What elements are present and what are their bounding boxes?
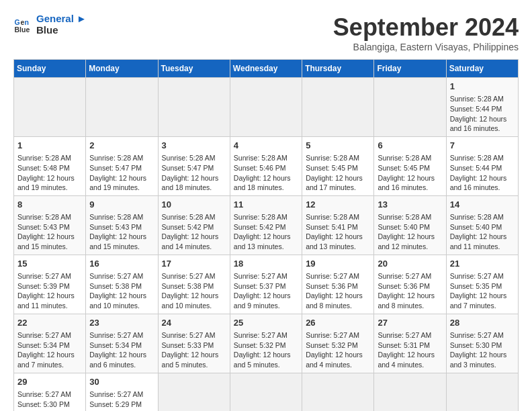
day-number: 16	[89, 258, 154, 270]
calendar-cell: 11Sunrise: 5:28 AMSunset: 5:42 PMDayligh…	[230, 195, 302, 255]
daylight-text: Daylight: 12 hours and 15 minutes.	[17, 232, 82, 251]
sunset-text: Sunset: 5:37 PM	[234, 281, 298, 291]
calendar-cell: 21Sunrise: 5:27 AMSunset: 5:35 PMDayligh…	[446, 255, 518, 314]
weekday-header-tuesday: Tuesday	[158, 60, 230, 78]
daylight-text: Daylight: 12 hours and 4 minutes.	[306, 350, 370, 369]
calendar-cell: 19Sunrise: 5:27 AMSunset: 5:36 PMDayligh…	[302, 255, 374, 314]
logo-arrow: ►	[74, 13, 87, 24]
sunrise-text: Sunrise: 5:28 AM	[306, 153, 370, 163]
day-number: 23	[89, 317, 154, 329]
daylight-text: Daylight: 12 hours and 6 minutes.	[89, 350, 154, 369]
daylight-text: Daylight: 12 hours and 14 minutes.	[162, 232, 226, 251]
daylight-text: Daylight: 12 hours and 12 minutes.	[378, 232, 442, 251]
sunrise-text: Sunrise: 5:27 AM	[89, 330, 154, 340]
calendar-cell: 14Sunrise: 5:28 AMSunset: 5:40 PMDayligh…	[446, 195, 518, 255]
calendar-cell: 2Sunrise: 5:28 AMSunset: 5:47 PMDaylight…	[86, 136, 158, 195]
day-number: 6	[378, 140, 442, 152]
logo-blue: Blue	[36, 25, 87, 36]
daylight-text: Daylight: 12 hours and 4 minutes.	[378, 350, 442, 369]
sunset-text: Sunset: 5:34 PM	[17, 340, 82, 351]
day-number: 15	[17, 258, 82, 270]
sunrise-text: Sunrise: 5:27 AM	[162, 271, 226, 281]
calendar-cell	[158, 78, 230, 137]
sunrise-text: Sunrise: 5:28 AM	[306, 212, 370, 222]
weekday-header-sunday: Sunday	[14, 60, 86, 78]
sunrise-text: Sunrise: 5:27 AM	[17, 271, 82, 281]
day-number: 7	[450, 140, 515, 152]
sunset-text: Sunset: 5:39 PM	[17, 281, 82, 291]
sunset-text: Sunset: 5:45 PM	[306, 163, 370, 173]
daylight-text: Daylight: 12 hours and 19 minutes.	[17, 173, 82, 193]
day-number: 11	[234, 199, 298, 211]
sunrise-text: Sunrise: 5:27 AM	[378, 271, 442, 281]
day-number: 29	[17, 376, 82, 388]
daylight-text: Daylight: 12 hours and 7 minutes.	[17, 350, 82, 369]
daylight-text: Daylight: 12 hours and 5 minutes.	[162, 350, 226, 369]
day-number: 1	[450, 81, 515, 93]
location: Balangiga, Eastern Visayas, Philippines	[333, 42, 519, 52]
day-number: 3	[162, 140, 226, 152]
daylight-text: Daylight: 12 hours and 18 minutes.	[234, 173, 298, 193]
daylight-text: Daylight: 12 hours and 16 minutes.	[378, 173, 442, 193]
day-number: 1	[17, 140, 82, 152]
sunset-text: Sunset: 5:29 PM	[89, 400, 154, 410]
sunset-text: Sunset: 5:44 PM	[450, 163, 515, 173]
logo-icon: G e n Blue	[13, 15, 34, 35]
day-number: 18	[234, 258, 298, 270]
calendar-cell: 23Sunrise: 5:27 AMSunset: 5:34 PMDayligh…	[86, 314, 158, 373]
calendar-cell	[374, 373, 446, 411]
page-header: G e n Blue General ► Blue September 2024…	[13, 13, 519, 52]
day-number: 28	[450, 317, 515, 329]
svg-text:Blue: Blue	[15, 25, 30, 33]
sunset-text: Sunset: 5:38 PM	[89, 281, 154, 291]
sunrise-text: Sunrise: 5:28 AM	[234, 212, 298, 222]
day-number: 30	[89, 376, 154, 388]
sunrise-text: Sunrise: 5:27 AM	[450, 330, 515, 340]
sunrise-text: Sunrise: 5:28 AM	[89, 153, 154, 163]
calendar-cell: 5Sunrise: 5:28 AMSunset: 5:45 PMDaylight…	[302, 136, 374, 195]
daylight-text: Daylight: 12 hours and 11 minutes.	[17, 291, 82, 310]
calendar-cell: 1Sunrise: 5:28 AMSunset: 5:44 PMDaylight…	[446, 78, 518, 137]
sunrise-text: Sunrise: 5:27 AM	[450, 271, 515, 281]
sunrise-text: Sunrise: 5:27 AM	[17, 390, 82, 400]
svg-marker-3	[29, 19, 33, 23]
daylight-text: Daylight: 12 hours and 16 minutes.	[450, 173, 515, 193]
calendar-week-3: 8Sunrise: 5:28 AMSunset: 5:43 PMDaylight…	[14, 195, 519, 255]
calendar-week-2: 1Sunrise: 5:28 AMSunset: 5:48 PMDaylight…	[14, 136, 519, 195]
day-number: 4	[234, 140, 298, 152]
calendar-cell: 25Sunrise: 5:27 AMSunset: 5:32 PMDayligh…	[230, 314, 302, 373]
daylight-text: Daylight: 12 hours and 8 minutes.	[378, 291, 442, 310]
calendar-cell: 26Sunrise: 5:27 AMSunset: 5:32 PMDayligh…	[302, 314, 374, 373]
logo: G e n Blue General ► Blue	[13, 13, 87, 36]
sunrise-text: Sunrise: 5:28 AM	[89, 212, 154, 222]
daylight-text: Daylight: 12 hours and 10 minutes.	[89, 291, 154, 310]
calendar-cell	[230, 78, 302, 137]
calendar-cell: 27Sunrise: 5:27 AMSunset: 5:31 PMDayligh…	[374, 314, 446, 373]
sunset-text: Sunset: 5:35 PM	[450, 281, 515, 291]
calendar-cell: 3Sunrise: 5:28 AMSunset: 5:47 PMDaylight…	[158, 136, 230, 195]
calendar-cell	[302, 78, 374, 137]
daylight-text: Daylight: 12 hours and 8 minutes.	[306, 291, 370, 310]
calendar-cell: 16Sunrise: 5:27 AMSunset: 5:38 PMDayligh…	[86, 255, 158, 314]
sunset-text: Sunset: 5:34 PM	[89, 340, 154, 351]
calendar-cell: 10Sunrise: 5:28 AMSunset: 5:42 PMDayligh…	[158, 195, 230, 255]
sunrise-text: Sunrise: 5:27 AM	[378, 330, 442, 340]
daylight-text: Daylight: 12 hours and 5 minutes.	[234, 350, 298, 369]
calendar-cell: 7Sunrise: 5:28 AMSunset: 5:44 PMDaylight…	[446, 136, 518, 195]
sunrise-text: Sunrise: 5:27 AM	[17, 330, 82, 340]
sunrise-text: Sunrise: 5:28 AM	[450, 94, 515, 104]
calendar-cell	[302, 373, 374, 411]
day-number: 12	[306, 199, 370, 211]
sunset-text: Sunset: 5:33 PM	[162, 340, 226, 351]
daylight-text: Daylight: 12 hours and 11 minutes.	[450, 232, 515, 251]
sunrise-text: Sunrise: 5:28 AM	[378, 212, 442, 222]
sunset-text: Sunset: 5:38 PM	[162, 281, 226, 291]
sunset-text: Sunset: 5:47 PM	[89, 163, 154, 173]
day-number: 21	[450, 258, 515, 270]
daylight-text: Daylight: 12 hours and 9 minutes.	[234, 291, 298, 310]
daylight-text: Daylight: 12 hours and 17 minutes.	[306, 173, 370, 193]
sunrise-text: Sunrise: 5:28 AM	[162, 153, 226, 163]
daylight-text: Daylight: 12 hours and 7 minutes.	[450, 291, 515, 310]
calendar-week-1: 1Sunrise: 5:28 AMSunset: 5:44 PMDaylight…	[14, 78, 519, 137]
sunrise-text: Sunrise: 5:27 AM	[162, 330, 226, 340]
